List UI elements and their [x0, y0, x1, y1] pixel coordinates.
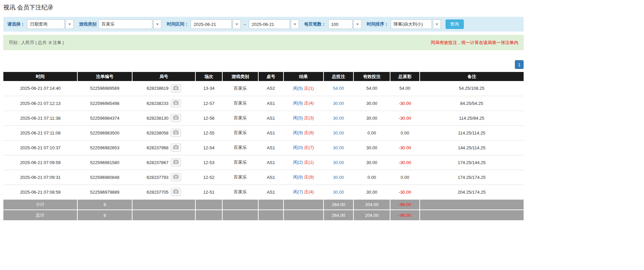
total-bet-link[interactable]: 30.00 [333, 175, 344, 180]
chevron-down-icon [235, 24, 238, 25]
camera-icon [173, 189, 179, 195]
round-number: 628238130 [147, 116, 168, 121]
table-body: 2025-06-21 07:14:40522596989569628238619… [3, 81, 524, 199]
cell-table-no: AS1 [258, 185, 283, 199]
total-bet-link[interactable]: 30.00 [333, 190, 344, 195]
page-size-label: 每页笔数： [304, 21, 326, 27]
cell-total-bet[interactable]: 30.00 [324, 111, 353, 125]
total-bet-link[interactable]: 30.00 [333, 160, 344, 165]
cell-bet-id: 522596985498 [77, 96, 132, 111]
total-bet-link[interactable]: 54.00 [333, 86, 344, 91]
chevron-down-icon [294, 24, 296, 25]
cell-total-bet[interactable]: 30.00 [324, 125, 353, 140]
table-row: 2025-06-21 07:09:59522596981580628237867… [3, 155, 524, 170]
sort-order-label: 时间排序： [367, 21, 389, 27]
grand-total-empty [258, 210, 283, 220]
date-from-input[interactable] [191, 20, 232, 29]
query-type-input[interactable] [27, 20, 65, 29]
cell-result: 闲(9) 庄(4) [283, 96, 324, 111]
cell-result: 闲(0) 庄(7) [283, 140, 324, 155]
camera-icon [173, 160, 179, 165]
video-replay-button[interactable] [171, 129, 181, 137]
select-type-label: 请选择： [7, 21, 25, 27]
cell-payout: -30.00 [390, 111, 420, 125]
cell-table-no: AS1 [258, 111, 283, 125]
cell-valid-bet: 30.00 [353, 140, 390, 155]
cell-game-type: 百家乐 [222, 111, 258, 125]
result-banker: 庄(7) [304, 145, 314, 150]
cell-valid-bet: 30.00 [353, 155, 390, 170]
cell-round: 628238619 [132, 81, 195, 96]
page-1-button[interactable]: 1 [515, 60, 524, 69]
date-to-combobox [249, 20, 299, 29]
cell-result: 闲(9) 庄(9) [283, 170, 324, 185]
cell-total-bet[interactable]: 30.00 [324, 170, 353, 185]
camera-icon [173, 130, 179, 136]
column-header: 总投注 [324, 72, 353, 81]
grand-total-count: 8 [77, 210, 132, 220]
cell-round: 628238130 [132, 111, 195, 125]
video-replay-button[interactable] [171, 114, 181, 122]
total-bet-link[interactable]: 30.00 [333, 101, 344, 106]
result-player: 闲(2) [293, 160, 303, 165]
pagination: 1 [3, 60, 524, 69]
result-banker: 庄(4) [304, 189, 314, 194]
result-banker: 庄(1) [304, 86, 314, 91]
subtotal-empty [132, 199, 195, 210]
video-replay-button[interactable] [171, 99, 181, 107]
round-number: 628237867 [147, 160, 168, 165]
cell-round: 628237793 [132, 170, 195, 185]
date-to-input[interactable] [249, 20, 290, 29]
total-bet-link[interactable]: 30.00 [333, 130, 344, 136]
grand-total-payout: -96.00 [390, 210, 420, 220]
cell-valid-bet: 0.00 [353, 125, 390, 140]
total-bet-link[interactable]: 30.00 [333, 145, 344, 150]
cell-total-bet[interactable]: 30.00 [324, 96, 353, 111]
cell-session: 12-52 [195, 170, 222, 185]
table-row: 2025-06-21 07:08:59522596979889628237705… [3, 185, 524, 199]
video-replay-button[interactable] [171, 84, 181, 92]
column-header: 局号 [132, 72, 195, 81]
cell-session: 12-53 [195, 155, 222, 170]
video-replay-button[interactable] [171, 144, 181, 152]
cell-result: 闲(9) 庄(9) [283, 125, 324, 140]
cell-bet-id: 522596983500 [77, 125, 132, 140]
cell-total-bet[interactable]: 30.00 [324, 140, 353, 155]
game-type-dropdown-button[interactable] [153, 20, 161, 29]
page-size-input[interactable] [328, 20, 352, 29]
cell-session: 12-51 [195, 185, 222, 199]
cell-table-no: AS1 [258, 170, 283, 185]
cell-session: 12-56 [195, 111, 222, 125]
date-from-dropdown-button[interactable] [233, 20, 241, 29]
chevron-down-icon [68, 24, 71, 25]
video-replay-button[interactable] [171, 173, 181, 181]
cell-valid-bet: 30.00 [353, 185, 390, 199]
camera-icon [173, 145, 179, 150]
video-replay-button[interactable] [171, 158, 181, 166]
cell-total-bet[interactable]: 54.00 [324, 81, 353, 96]
sort-order-input[interactable] [391, 20, 432, 29]
total-bet-link[interactable]: 30.00 [333, 116, 344, 121]
cell-game-type: 百家乐 [222, 140, 258, 155]
cell-result: 闲(5) 庄(3) [283, 111, 324, 125]
search-button[interactable]: 查询 [446, 20, 464, 29]
cell-session: 13-34 [195, 81, 222, 96]
cell-total-bet[interactable]: 30.00 [324, 155, 353, 170]
result-player: 闲(5) [293, 115, 303, 120]
video-replay-button[interactable] [171, 188, 181, 196]
cell-total-bet[interactable]: 30.00 [324, 185, 353, 199]
game-type-input[interactable] [99, 20, 152, 29]
cell-note: 54.25/108.25 [420, 81, 524, 96]
result-banker: 庄(9) [304, 130, 314, 135]
cell-result: 闲(2) 庄(1) [283, 155, 324, 170]
cell-time: 2025-06-21 07:11:08 [3, 125, 77, 140]
cell-payout: -30.00 [390, 140, 420, 155]
date-to-dropdown-button[interactable] [291, 20, 299, 29]
cell-bet-id: 522596984374 [77, 111, 132, 125]
grand-total-empty [195, 210, 222, 220]
page-size-dropdown-button[interactable] [353, 20, 362, 29]
sort-order-dropdown-button[interactable] [433, 20, 441, 29]
cell-note: 114.25/84.25 [420, 111, 524, 125]
result-banker: 庄(3) [304, 115, 314, 120]
query-type-dropdown-button[interactable] [66, 20, 74, 29]
